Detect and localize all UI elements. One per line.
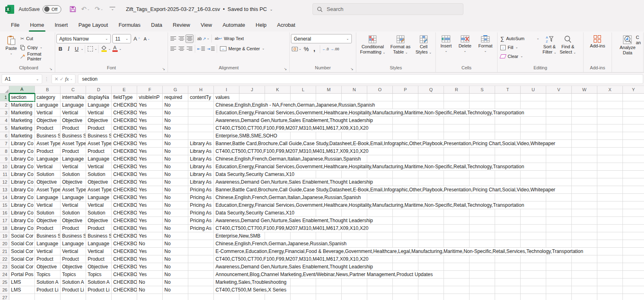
cell-Q19[interactable]: [418, 232, 444, 240]
row-header-14[interactable]: 14: [0, 194, 9, 201]
cell-T11[interactable]: [495, 171, 521, 178]
redo-button[interactable]: ↷⌄: [93, 5, 105, 14]
cell-Y18[interactable]: [623, 225, 644, 232]
cell-Y23[interactable]: [623, 263, 644, 271]
cell-B15[interactable]: Vertical: [35, 201, 60, 209]
cell-S19[interactable]: [470, 232, 495, 240]
cell-T6[interactable]: [495, 132, 521, 140]
increase-decimal-button[interactable]: ←.0: [321, 45, 330, 53]
cell-R9[interactable]: [444, 155, 470, 163]
cell-A9[interactable]: Library Co: [9, 155, 35, 163]
cell-X2[interactable]: [597, 101, 623, 109]
cell-A21[interactable]: Social Cor: [9, 248, 35, 255]
cell-W23[interactable]: [572, 263, 597, 271]
column-header-J[interactable]: J: [239, 86, 265, 94]
underline-button[interactable]: U: [73, 45, 81, 53]
cell-I24[interactable]: Announcement,Blog,Channel Marketing,Even…: [214, 271, 239, 279]
cell-Q27[interactable]: [418, 294, 444, 300]
cell-X7[interactable]: [597, 140, 623, 148]
cell-A8[interactable]: Library Co: [9, 148, 35, 155]
cell-Y25[interactable]: [623, 279, 644, 286]
cell-V24[interactable]: [546, 271, 572, 279]
cell-P5[interactable]: [393, 124, 418, 132]
cell-X6[interactable]: [597, 132, 623, 140]
title-dropdown-icon[interactable]: ⌄: [270, 7, 273, 11]
column-header-T[interactable]: T: [495, 86, 521, 94]
cell-H11[interactable]: Library As: [188, 171, 214, 178]
cell-S1[interactable]: [470, 94, 495, 101]
cell-B19[interactable]: Business S: [35, 232, 60, 240]
cell-W16[interactable]: [572, 209, 597, 217]
cell-C12[interactable]: Objective: [60, 178, 86, 186]
cell-V16[interactable]: [546, 209, 572, 217]
cell-N26[interactable]: [342, 286, 367, 294]
cell-E21[interactable]: CHECKBOX: [112, 248, 137, 255]
align-center-button[interactable]: [177, 45, 185, 53]
cell-C9[interactable]: Language: [60, 155, 86, 163]
cell-B25[interactable]: Solution A: [35, 279, 60, 286]
cell-Y3[interactable]: [623, 109, 644, 117]
cell-Q11[interactable]: [418, 171, 444, 178]
cell-C18[interactable]: Product: [60, 225, 86, 232]
cell-F12[interactable]: Yes: [137, 178, 163, 186]
cell-H14[interactable]: Pricing As: [188, 194, 214, 201]
row-header-3[interactable]: 3: [0, 109, 9, 117]
cell-A11[interactable]: Library Co: [9, 171, 35, 178]
cell-E1[interactable]: fieldType: [112, 94, 137, 101]
cell-V2[interactable]: [546, 101, 572, 109]
cell-R2[interactable]: [444, 101, 470, 109]
cell-M11[interactable]: [316, 171, 342, 178]
cell-W24[interactable]: [572, 271, 597, 279]
cell-X25[interactable]: [597, 279, 623, 286]
cell-C8[interactable]: Product: [60, 148, 86, 155]
cell-G10[interactable]: No: [163, 163, 188, 171]
cell-G22[interactable]: No: [163, 255, 188, 263]
cell-F6[interactable]: Yes: [137, 132, 163, 140]
align-top-button[interactable]: [169, 34, 177, 43]
cell-N19[interactable]: [342, 232, 367, 240]
cell-W8[interactable]: [572, 148, 597, 155]
cell-S5[interactable]: [470, 124, 495, 132]
cell-R16[interactable]: [444, 209, 470, 217]
cell-A27[interactable]: [9, 294, 35, 300]
cell-F1[interactable]: visibleInP: [137, 94, 163, 101]
cell-S4[interactable]: [470, 117, 495, 124]
cell-A17[interactable]: Library Co: [9, 217, 35, 225]
cell-T17[interactable]: [495, 217, 521, 225]
cell-S9[interactable]: [470, 155, 495, 163]
cell-D4[interactable]: Objective: [86, 117, 112, 124]
tab-file[interactable]: File: [6, 18, 25, 32]
sort-filter-dropdown-icon[interactable]: ⌄: [554, 51, 557, 54]
cell-W3[interactable]: [572, 109, 597, 117]
cell-B23[interactable]: Objective: [35, 263, 60, 271]
cell-E8[interactable]: CHECKBOX: [112, 148, 137, 155]
cell-G1[interactable]: required: [163, 94, 188, 101]
cell-E22[interactable]: CHECKBOX: [112, 255, 137, 263]
cell-V22[interactable]: [546, 255, 572, 263]
fill-button[interactable]: ↓Fill⌄: [499, 43, 541, 52]
cell-H9[interactable]: Library As: [188, 155, 214, 163]
align-bottom-button[interactable]: [185, 34, 194, 43]
cell-S16[interactable]: [470, 209, 495, 217]
cell-D2[interactable]: Language: [86, 101, 112, 109]
font-color-button[interactable]: A: [111, 45, 119, 53]
cell-F11[interactable]: Yes: [137, 171, 163, 178]
format-as-table-button[interactable]: Format asTable ⌄: [389, 33, 412, 56]
cell-A5[interactable]: Marketing: [9, 124, 35, 132]
cell-Q5[interactable]: [418, 124, 444, 132]
cell-S20[interactable]: [470, 240, 495, 248]
cell-G9[interactable]: No: [163, 155, 188, 163]
cell-H1[interactable]: contentTy: [188, 94, 214, 101]
cell-A26[interactable]: LMS: [9, 286, 35, 294]
column-header-P[interactable]: P: [393, 86, 418, 94]
column-header-B[interactable]: B: [35, 86, 60, 94]
cell-O8[interactable]: [367, 148, 393, 155]
copy-button[interactable]: Copy⌄: [19, 43, 54, 52]
cell-X17[interactable]: [597, 217, 623, 225]
align-left-button[interactable]: [169, 45, 177, 53]
autosum-dropdown-icon[interactable]: ⌄: [536, 37, 539, 40]
cell-Q22[interactable]: [418, 255, 444, 263]
cell-U18[interactable]: [521, 225, 546, 232]
cell-Y20[interactable]: [623, 240, 644, 248]
cell-W14[interactable]: [572, 194, 597, 201]
